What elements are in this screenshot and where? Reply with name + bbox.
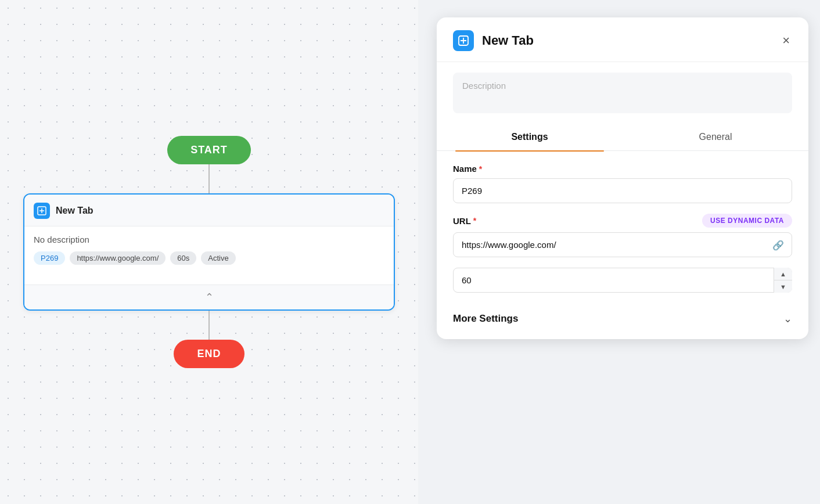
use-dynamic-data-button[interactable]: USE DYNAMIC DATA <box>702 214 792 228</box>
canvas: START New Tab No description P269 <box>0 0 418 504</box>
more-settings-row[interactable]: More Settings ⌄ <box>453 303 792 325</box>
timeout-input[interactable] <box>453 268 792 293</box>
task-node-body: No description P269 https://www.google.c… <box>24 226 394 273</box>
spinner-down-button[interactable]: ▼ <box>774 280 792 293</box>
url-input[interactable] <box>453 232 792 257</box>
end-node[interactable]: END <box>174 340 244 368</box>
panel-content: Name * URL * USE DYNAMIC DATA 🔗 ▲ ▼ Mo <box>437 151 808 339</box>
description-placeholder: Description <box>462 81 506 91</box>
panel-icon <box>453 30 474 51</box>
settings-panel: New Tab × Description Settings General N… <box>437 17 808 339</box>
url-input-wrapper: 🔗 <box>453 232 792 257</box>
panel-title: New Tab <box>482 33 534 48</box>
name-required-star: * <box>479 164 482 174</box>
task-node-header: New Tab <box>24 195 394 226</box>
chevron-down-icon: ⌄ <box>783 312 792 325</box>
panel-header: New Tab × <box>437 17 808 62</box>
connector-line-2 <box>208 311 210 340</box>
tag-timeout: 60s <box>170 251 196 265</box>
tabs: Settings General <box>437 124 808 151</box>
close-button[interactable]: × <box>780 32 792 49</box>
tab-settings[interactable]: Settings <box>437 124 623 150</box>
new-tab-icon <box>34 203 50 219</box>
task-node-footer: ⌃ <box>24 285 394 309</box>
chevron-up-icon: ⌃ <box>205 291 214 304</box>
task-description: No description <box>34 235 384 244</box>
task-node-title: New Tab <box>56 206 93 216</box>
flow-container: START New Tab No description P269 <box>23 136 395 368</box>
start-node[interactable]: START <box>167 136 251 164</box>
tab-general[interactable]: General <box>623 124 808 150</box>
url-label: URL * <box>453 216 476 226</box>
task-tags: P269 https://www.google.com/ 60s Active <box>34 251 384 265</box>
spinner-up-button[interactable]: ▲ <box>774 268 792 280</box>
timeout-input-wrapper: ▲ ▼ <box>453 268 792 293</box>
task-node[interactable]: New Tab No description P269 https://www.… <box>23 193 395 311</box>
more-settings-label: More Settings <box>453 313 518 325</box>
number-spinners: ▲ ▼ <box>774 268 792 293</box>
link-icon: 🔗 <box>772 239 784 250</box>
url-field-row: URL * USE DYNAMIC DATA <box>453 214 792 228</box>
tag-url: https://www.google.com/ <box>70 251 166 265</box>
tag-p269: P269 <box>34 251 65 265</box>
name-input[interactable] <box>453 178 792 203</box>
connector-line-1 <box>208 164 210 193</box>
description-area[interactable]: Description <box>453 73 792 113</box>
panel-header-left: New Tab <box>453 30 534 51</box>
name-label: Name * <box>453 164 792 174</box>
tag-active: Active <box>201 251 235 265</box>
url-required-star: * <box>473 216 476 225</box>
